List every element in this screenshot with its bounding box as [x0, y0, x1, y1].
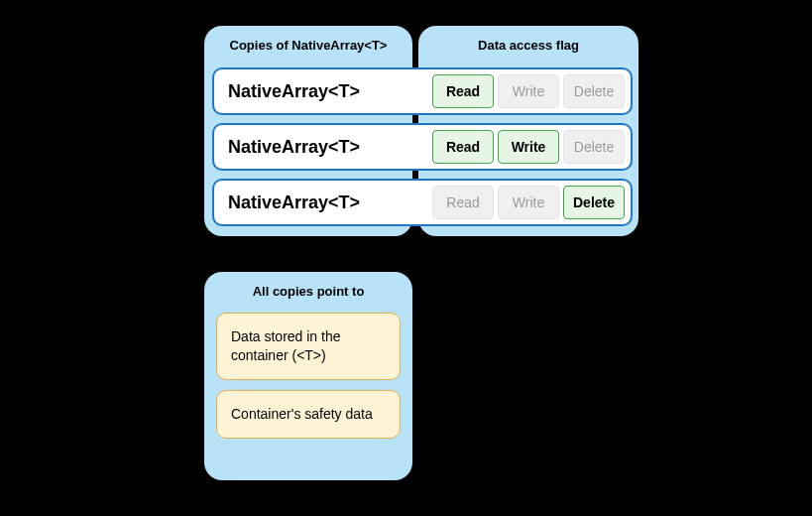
flag-group: Read Write Delete — [422, 186, 631, 219]
panel-point-title: All copies point to — [204, 272, 412, 313]
native-array-row: NativeArray<T> Read Write Delete — [212, 67, 633, 115]
flag-write: Write — [498, 130, 559, 164]
flag-delete: Delete — [563, 74, 625, 108]
flag-delete: Delete — [563, 186, 625, 219]
panel-point-to: All copies point to Data stored in the c… — [204, 272, 412, 480]
native-array-row: NativeArray<T> Read Write Delete — [212, 123, 633, 171]
flag-group: Read Write Delete — [422, 130, 631, 164]
flag-read: Read — [432, 186, 494, 219]
target-safety-data: Container's safety data — [216, 390, 401, 439]
native-array-label: NativeArray<T> — [214, 81, 422, 102]
flag-group: Read Write Delete — [422, 74, 631, 108]
target-data-container: Data stored in the container (<T>) — [216, 313, 401, 380]
panel-copies-title: Copies of NativeArray<T> — [204, 26, 412, 63]
flag-read: Read — [432, 74, 494, 108]
native-array-label: NativeArray<T> — [214, 193, 422, 213]
flag-read: Read — [432, 130, 494, 164]
native-array-row: NativeArray<T> Read Write Delete — [212, 179, 633, 226]
panel-flags-title: Data access flag — [418, 26, 638, 63]
flag-delete: Delete — [563, 130, 625, 164]
flag-write: Write — [498, 186, 559, 219]
flag-write: Write — [498, 74, 559, 108]
native-array-label: NativeArray<T> — [214, 137, 422, 158]
